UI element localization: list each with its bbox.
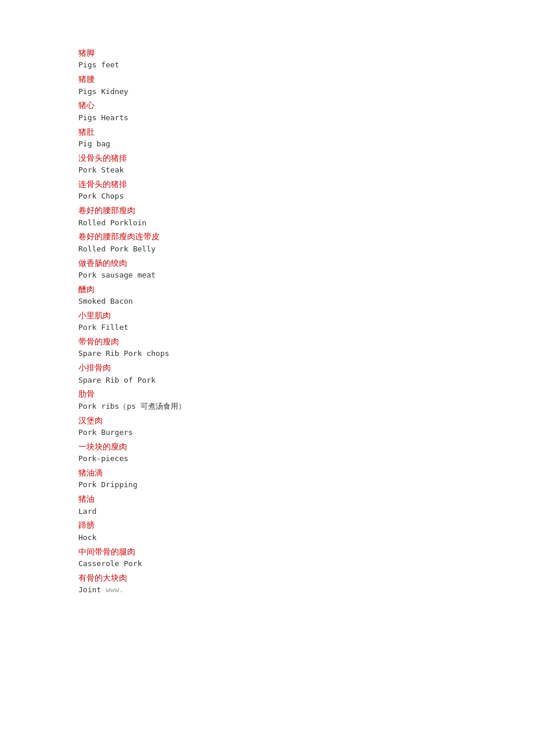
chinese-text: 猪腰 (78, 73, 456, 85)
list-item: 肋骨Pork ribs（ps 可煮汤食用） (78, 387, 456, 412)
chinese-text: 有骨的大块肉 (78, 571, 456, 584)
list-item: 一块块的廋肉Pork-pieces (78, 440, 456, 465)
english-text: Pork-pieces (78, 453, 456, 465)
list-item: 醺肉Smoked Bacon (78, 283, 456, 308)
chinese-text: 猪油 (78, 492, 456, 505)
english-text: Pig bag (78, 138, 456, 150)
chinese-text: 醺肉 (78, 283, 456, 296)
chinese-text: 汉堡肉 (78, 414, 456, 427)
english-text: Smoked Bacon (78, 296, 456, 308)
english-text: Spare Rib of Pork (78, 375, 456, 387)
chinese-text: 带骨的瘦肉 (78, 335, 456, 348)
english-text: Rolled Pork Belly (78, 243, 456, 255)
list-item: 猪油Lard (78, 492, 456, 517)
list-item: 猪心Pigs Hearts (78, 99, 456, 124)
list-item: 没骨头的猪排Pork Steak (78, 152, 456, 177)
list-item: 猪油滴Pork Dripping (78, 466, 456, 491)
list-item: 卷好的腰部瘦肉连带皮Rolled Pork Belly (78, 230, 456, 255)
list-item: 猪脚Pigs feet (78, 46, 456, 71)
list-item: 中间带骨的腿肉Casserole Pork (78, 545, 456, 570)
chinese-text: 一块块的廋肉 (78, 440, 456, 453)
chinese-text: 做香肠的绞肉 (78, 257, 456, 269)
english-text: Pigs Kidney (78, 86, 456, 98)
list-item: 连骨头的猪排Pork Chops (78, 178, 456, 203)
english-text: Joint www. (78, 584, 456, 596)
list-item: 卷好的腰部瘦肉Rolled Porkloin (78, 204, 456, 229)
english-text: Hock (78, 532, 456, 544)
chinese-text: 卷好的腰部瘦肉 (78, 204, 456, 217)
list-item: 猪肚Pig bag (78, 125, 456, 150)
english-text: Rolled Porkloin (78, 217, 456, 229)
english-text: Pork Chops (78, 190, 456, 203)
chinese-text: 连骨头的猪排 (78, 178, 456, 190)
english-text: Spare Rib Pork chops (78, 348, 456, 360)
chinese-text: 中间带骨的腿肉 (78, 545, 456, 558)
list-item: 猪腰Pigs Kidney (78, 73, 456, 98)
list-item: 带骨的瘦肉Spare Rib Pork chops (78, 335, 456, 360)
chinese-text: 小排骨肉 (78, 361, 456, 374)
chinese-text: 蹄膀 (78, 519, 456, 531)
list-item: 蹄膀Hock (78, 519, 456, 543)
chinese-text: 没骨头的猪排 (78, 152, 456, 164)
english-text: Pork Fillet (78, 322, 456, 334)
english-text: Pigs feet (78, 59, 456, 71)
chinese-text: 卷好的腰部瘦肉连带皮 (78, 230, 456, 243)
chinese-text: 猪脚 (78, 46, 456, 59)
english-text: Casserole Pork (78, 558, 456, 570)
english-text: Lard (78, 506, 456, 518)
list-item: 有骨的大块肉Joint www. (78, 571, 456, 596)
list-item: 小排骨肉Spare Rib of Pork (78, 361, 456, 386)
content-list: 猪脚Pigs feet猪腰Pigs Kidney猪心Pigs Hearts猪肚P… (78, 46, 456, 596)
english-text: Pigs Hearts (78, 112, 456, 124)
list-item: 汉堡肉Pork Burgers (78, 414, 456, 439)
english-text: Pork ribs（ps 可煮汤食用） (78, 401, 456, 413)
url-text: www. (106, 585, 124, 594)
chinese-text: 猪心 (78, 99, 456, 111)
chinese-text: 肋骨 (78, 387, 456, 400)
chinese-text: 小里肌肉 (78, 309, 456, 322)
chinese-text: 猪肚 (78, 125, 456, 138)
english-text: Pork sausage meat (78, 269, 456, 282)
english-text: Pork Burgers (78, 427, 456, 439)
list-item: 做香肠的绞肉Pork sausage meat (78, 257, 456, 282)
chinese-text: 猪油滴 (78, 466, 456, 479)
english-text: Pork Dripping (78, 479, 456, 491)
english-text: Pork Steak (78, 164, 456, 177)
list-item: 小里肌肉Pork Fillet (78, 309, 456, 334)
